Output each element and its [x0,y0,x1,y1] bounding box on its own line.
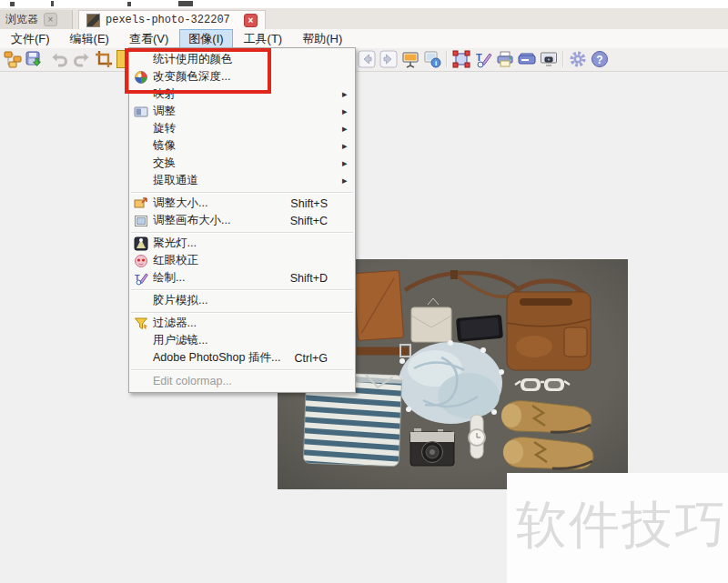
menu-item-extract-channel[interactable]: 提取通道▸ [129,172,355,189]
menubar-item-image[interactable]: 图像(I) [179,29,232,49]
menu-item-label: 聚光灯... [153,236,197,251]
menu-item-label: Edit colormap... [153,375,232,387]
titlebar-fragment [127,2,131,6]
menu-item-label: 绘制... [153,270,185,286]
menu-item-label: 镜像 [153,138,176,154]
tab-label: pexels-photo-322207 ... [106,14,238,26]
toolbar-separator [446,51,447,67]
resize-icon [129,196,153,211]
menu-item-paint[interactable]: T绘制...Shift+D [129,269,355,286]
svg-text:T: T [476,52,482,63]
menubar-item-file[interactable]: 文件(F) [2,29,59,49]
menu-item-mirror[interactable]: 镜像▸ [129,137,355,155]
crop-icon[interactable] [95,50,113,68]
menu-item-shortcut: Shift+C [290,215,342,227]
menubar-item-help[interactable]: 帮助(H) [293,29,351,49]
tab-browser[interactable]: 浏览器 × [0,10,73,29]
watermark-box: 软件技巧 [507,473,728,583]
filter-icon [129,317,153,331]
menu-item-label: 用户滤镜... [153,333,207,348]
watermark-text: 软件技巧 [516,491,727,560]
vintage-camera [410,428,454,466]
tab-bar: 浏览器 × pexels-photo-322207 ... × [0,8,728,30]
spotlight-icon [129,236,153,251]
save-icon[interactable] [25,50,43,68]
menu-item-shortcut: Shift+D [290,272,342,285]
menubar-item-edit[interactable]: 编辑(E) [61,29,118,49]
menu-item-label: 调整 [153,104,176,119]
info-icon[interactable]: i [423,50,441,68]
menu-item-rotate[interactable]: 旋转▸ [129,120,355,137]
leather-bag [507,281,591,370]
menu-item-label: 提取通道 [153,173,198,188]
menu-item-label: 旋转 [153,121,176,136]
menu-item-shortcut: Ctrl+G [295,352,342,365]
titlebar-fragment [10,2,15,6]
menu-item-canvas-resize[interactable]: 调整画布大小...Shift+C [129,212,355,229]
menu-item-red-eye-correction[interactable]: 红眼校正 [129,252,355,269]
browse-icon[interactable] [4,50,22,68]
submenu-arrow-icon: ▸ [342,140,355,152]
menu-item-label: 调整画布大小... [153,213,230,228]
submenu-arrow-icon: ▸ [342,175,355,186]
tab-image-file[interactable]: pexels-photo-322207 ... × [78,10,266,29]
canvas-area: 软件技巧 [0,72,728,583]
menu-item-adjust[interactable]: 调整▸ [129,103,355,120]
draw-icon[interactable]: T [474,50,492,68]
menu-item-spotlight[interactable]: 聚光灯... [129,235,355,252]
tab-label: 浏览器 [5,12,38,27]
submenu-arrow-icon: ▸ [342,157,355,169]
smartphone [456,315,503,342]
menu-bar: 文件(F)编辑(E)查看(V)图像(I)工具(T)帮助(H) [0,29,728,48]
menu-item-edit-colormap: Edit colormap... [129,372,355,389]
menu-item-film-simulation[interactable]: 胶片模拟... [129,292,355,309]
menu-item-swap[interactable]: 交换▸ [129,155,355,172]
titlebar-fragment [178,1,193,6]
redo-icon[interactable] [72,50,90,68]
svg-text:i: i [435,59,437,67]
titlebar-fragment [51,1,54,6]
forward-icon[interactable] [379,50,398,68]
svg-text:?: ? [596,54,602,66]
menu-item-user-filter[interactable]: 用户滤镜... [129,332,355,349]
menu-item-filter[interactable]: 过滤器... [129,315,355,332]
fit-image-icon[interactable] [452,50,470,68]
menu-item-photoshop-plugin[interactable]: Adobe PhotoShop 插件...Ctrl+G [129,349,355,367]
submenu-arrow-icon: ▸ [342,88,355,100]
adjust-icon [129,105,153,119]
undo-icon[interactable] [51,50,69,68]
settings-icon[interactable] [569,50,587,68]
redeye-icon [129,254,153,268]
slideshow-icon[interactable] [401,50,420,68]
back-icon[interactable] [358,50,376,68]
menu-item-label: Adobe PhotoShop 插件... [153,350,280,366]
menu-item-label: 胶片模拟... [153,293,207,308]
window-titlebar [0,0,728,8]
scanner-icon[interactable] [518,50,536,68]
wrist-watch [469,415,485,458]
image-thumbnail-icon [86,14,100,27]
menu-item-label: 红眼校正 [153,253,198,268]
help-icon[interactable]: ? [591,50,609,68]
image-menu-dropdown: 统计使用的颜色改变颜色深度...映射▸调整▸旋转▸镜像▸交换▸提取通道▸调整大小… [128,47,356,393]
submenu-arrow-icon: ▸ [342,123,355,135]
submenu-arrow-icon: ▸ [342,106,355,117]
menu-item-label: 过滤器... [153,316,197,331]
close-tab-icon[interactable]: × [244,14,258,27]
menu-item-label: 调整大小... [153,196,207,211]
leather-folder [354,270,404,340]
menu-item-shortcut: Shift+S [290,197,342,210]
menubar-item-tools[interactable]: 工具(T) [235,29,292,49]
menu-item-resize[interactable]: 调整大小...Shift+S [129,195,355,212]
menu-item-label: 交换 [153,156,176,171]
toolbar-separator [562,51,563,67]
menubar-item-view[interactable]: 查看(V) [120,29,177,49]
close-tab-icon[interactable]: × [44,13,57,26]
print-icon[interactable] [496,50,514,68]
app-window: 浏览器 × pexels-photo-322207 ... × 文件(F)编辑(… [0,0,728,583]
draw-tool-icon: T [129,271,153,286]
capture-icon[interactable] [540,50,558,68]
toolbar: iT? [0,48,728,72]
highlight-box [125,48,271,94]
canvas-icon [129,214,153,228]
